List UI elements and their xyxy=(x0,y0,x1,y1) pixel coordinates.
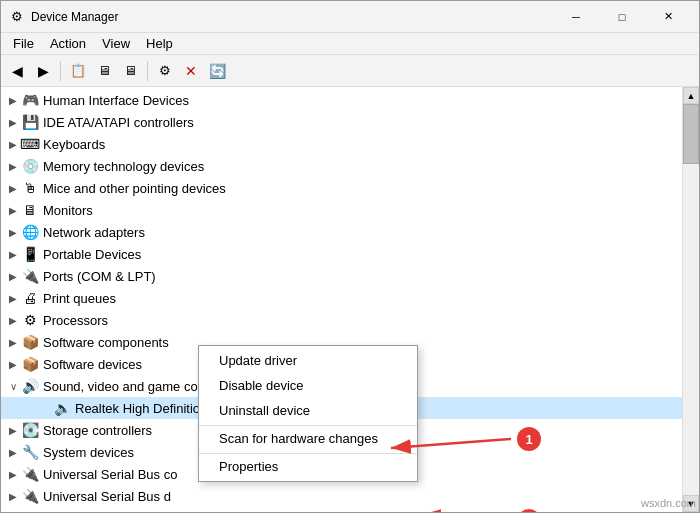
toolbar-properties[interactable]: 📋 xyxy=(66,59,90,83)
label-storage: Storage controllers xyxy=(43,423,152,438)
tree-item-portable[interactable]: ▶ 📱 Portable Devices xyxy=(1,243,682,265)
close-button[interactable]: ✕ xyxy=(645,1,691,33)
label-swcomp: Software components xyxy=(43,335,169,350)
label-proc: Processors xyxy=(43,313,108,328)
label-kbd: Keyboards xyxy=(43,137,105,152)
app-icon: ⚙ xyxy=(9,9,25,25)
icon-hid: 🎮 xyxy=(21,91,39,109)
window-title: Device Manager xyxy=(31,10,553,24)
maximize-button[interactable]: □ xyxy=(599,1,645,33)
window-controls: ─ □ ✕ xyxy=(553,1,691,33)
toolbar-forward[interactable]: ▶ xyxy=(31,59,55,83)
icon-sysdev: 🔧 xyxy=(21,443,39,461)
expand-usb2[interactable]: ▶ xyxy=(5,491,21,502)
expand-print[interactable]: ▶ xyxy=(5,293,21,304)
expand-net[interactable]: ▶ xyxy=(5,227,21,238)
scroll-track[interactable] xyxy=(683,104,699,495)
label-mon: Monitors xyxy=(43,203,93,218)
expand-swcomp[interactable]: ▶ xyxy=(5,337,21,348)
badge-2: 2 xyxy=(517,509,541,512)
expand-sound[interactable]: ∨ xyxy=(5,381,21,392)
expand-ports[interactable]: ▶ xyxy=(5,271,21,282)
expand-hid[interactable]: ▶ xyxy=(5,95,21,106)
icon-ide: 💾 xyxy=(21,113,39,131)
vertical-scrollbar[interactable]: ▲ ▼ xyxy=(682,87,699,512)
expand-portable[interactable]: ▶ xyxy=(5,249,21,260)
icon-proc: ⚙ xyxy=(21,311,39,329)
label-ide: IDE ATA/ATAPI controllers xyxy=(43,115,194,130)
toolbar-separator-2 xyxy=(147,61,148,81)
tree-item-print[interactable]: ▶ 🖨 Print queues xyxy=(1,287,682,309)
label-hid: Human Interface Devices xyxy=(43,93,189,108)
expand-mice[interactable]: ▶ xyxy=(5,183,21,194)
icon-print: 🖨 xyxy=(21,289,39,307)
tree-item-mon[interactable]: ▶ 🖥 Monitors xyxy=(1,199,682,221)
label-ports: Ports (COM & LPT) xyxy=(43,269,156,284)
tree-item-ports[interactable]: ▶ 🔌 Ports (COM & LPT) xyxy=(1,265,682,287)
context-menu: Update driver Disable device Uninstall d… xyxy=(198,345,418,482)
context-properties[interactable]: Properties xyxy=(199,453,417,479)
toolbar-settings[interactable]: ⚙ xyxy=(153,59,177,83)
icon-realtek: 🔈 xyxy=(53,399,71,417)
tree-item-mice[interactable]: ▶ 🖱 Mice and other pointing devices xyxy=(1,177,682,199)
expand-kbd[interactable]: ▶ xyxy=(5,139,21,150)
icon-storage: 💽 xyxy=(21,421,39,439)
watermark: wsxdn.com xyxy=(641,497,696,509)
menu-file[interactable]: File xyxy=(5,34,42,53)
context-scan-hardware[interactable]: Scan for hardware changes xyxy=(199,425,417,451)
badge-2-annotation: 2 xyxy=(517,509,541,512)
expand-sysdev[interactable]: ▶ xyxy=(5,447,21,458)
badge-1-annotation: 1 xyxy=(517,427,541,451)
menu-help[interactable]: Help xyxy=(138,34,181,53)
main-window: ⚙ Device Manager ─ □ ✕ File Action View … xyxy=(0,0,700,513)
context-uninstall-device[interactable]: Uninstall device xyxy=(199,398,417,423)
expand-proc[interactable]: ▶ xyxy=(5,315,21,326)
menu-action[interactable]: Action xyxy=(42,34,94,53)
icon-mem: 💿 xyxy=(21,157,39,175)
tree-item-mem[interactable]: ▶ 💿 Memory technology devices xyxy=(1,155,682,177)
label-mice: Mice and other pointing devices xyxy=(43,181,226,196)
icon-kbd: ⌨ xyxy=(21,135,39,153)
tree-item-hid[interactable]: ▶ 🎮 Human Interface Devices xyxy=(1,89,682,111)
label-usb2: Universal Serial Bus d xyxy=(43,489,171,504)
toolbar-back[interactable]: ◀ xyxy=(5,59,29,83)
minimize-button[interactable]: ─ xyxy=(553,1,599,33)
main-area: ▶ 🎮 Human Interface Devices ▶ 💾 IDE ATA/… xyxy=(1,87,699,512)
toolbar-remove[interactable]: ✕ xyxy=(179,59,203,83)
label-net: Network adapters xyxy=(43,225,145,240)
context-disable-device[interactable]: Disable device xyxy=(199,373,417,398)
icon-swdev: 📦 xyxy=(21,355,39,373)
icon-ports: 🔌 xyxy=(21,267,39,285)
icon-usb1: 🔌 xyxy=(21,465,39,483)
menu-view[interactable]: View xyxy=(94,34,138,53)
label-print: Print queues xyxy=(43,291,116,306)
expand-storage[interactable]: ▶ xyxy=(5,425,21,436)
tree-item-kbd[interactable]: ▶ ⌨ Keyboards xyxy=(1,133,682,155)
label-usb1: Universal Serial Bus co xyxy=(43,467,177,482)
context-update-driver[interactable]: Update driver xyxy=(199,348,417,373)
label-portable: Portable Devices xyxy=(43,247,141,262)
expand-mon[interactable]: ▶ xyxy=(5,205,21,216)
expand-usb1[interactable]: ▶ xyxy=(5,469,21,480)
icon-usb2: 🔌 xyxy=(21,487,39,505)
icon-mice: 🖱 xyxy=(21,179,39,197)
tree-item-usb2[interactable]: ▶ 🔌 Universal Serial Bus d xyxy=(1,485,682,507)
expand-mem[interactable]: ▶ xyxy=(5,161,21,172)
icon-mon: 🖥 xyxy=(21,201,39,219)
expand-swdev[interactable]: ▶ xyxy=(5,359,21,370)
scroll-thumb[interactable] xyxy=(683,104,699,164)
tree-item-ide[interactable]: ▶ 💾 IDE ATA/ATAPI controllers xyxy=(1,111,682,133)
tree-item-net[interactable]: ▶ 🌐 Network adapters xyxy=(1,221,682,243)
title-bar: ⚙ Device Manager ─ □ ✕ xyxy=(1,1,699,33)
toolbar-update[interactable]: 🖥 xyxy=(118,59,142,83)
toolbar-separator-1 xyxy=(60,61,61,81)
label-sysdev: System devices xyxy=(43,445,134,460)
toolbar: ◀ ▶ 📋 🖥 🖥 ⚙ ✕ 🔄 xyxy=(1,55,699,87)
scroll-up-button[interactable]: ▲ xyxy=(683,87,699,104)
toolbar-scan[interactable]: 🖥 xyxy=(92,59,116,83)
label-swdev: Software devices xyxy=(43,357,142,372)
expand-ide[interactable]: ▶ xyxy=(5,117,21,128)
label-mem: Memory technology devices xyxy=(43,159,204,174)
tree-item-proc[interactable]: ▶ ⚙ Processors xyxy=(1,309,682,331)
toolbar-refresh[interactable]: 🔄 xyxy=(205,59,229,83)
